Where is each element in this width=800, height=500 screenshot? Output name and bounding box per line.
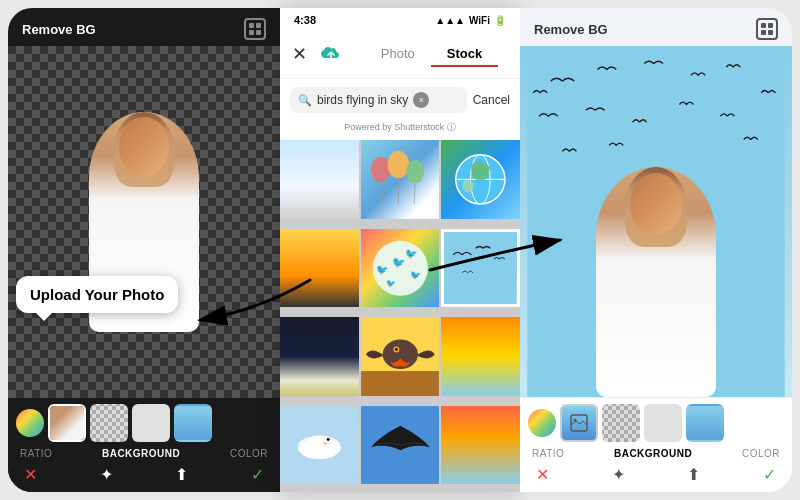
thumb-woman [50,406,84,440]
export-left[interactable]: ⬆ [175,465,188,484]
thumb-transparent-right[interactable] [602,404,640,442]
search-box[interactable]: 🔍 birds flying in sky × [290,87,467,113]
confirm-action-left[interactable]: ✓ [251,465,264,484]
grid-image-3[interactable] [441,140,520,219]
battery-icon: 🔋 [494,15,506,26]
grid-icon-left[interactable] [244,18,266,40]
tab-background-left[interactable]: BACKGROUND [102,448,180,459]
right-header: Remove BG [520,8,792,46]
status-bar: 4:38 ▲▲▲ WiFi 🔋 [280,8,520,30]
cancel-action-right[interactable]: ✕ [536,465,549,484]
thumb-sky[interactable] [174,404,212,442]
grid-image-1[interactable] [280,140,359,219]
export-right[interactable]: ⬆ [687,465,700,484]
signal-icon: ▲▲▲ [435,15,465,26]
woman-right-body [596,167,716,397]
right-photo-area [520,46,792,397]
grid-image-5[interactable]: 🐦 🐦 🐦 🐦 🐦 [361,229,440,308]
status-icons: ▲▲▲ WiFi 🔋 [435,15,506,26]
action-row-right: ✕ ✦ ⬆ ✓ [528,459,784,488]
tab-photo[interactable]: Photo [365,42,431,67]
upload-cloud-icon [315,38,347,70]
search-icon: 🔍 [298,94,312,107]
middle-phone-panel: 4:38 ▲▲▲ WiFi 🔋 ✕ Photo Stock 🔍 birds fl… [280,8,520,492]
svg-point-28 [574,419,577,422]
action-row-left: ✕ ✦ ⬆ ✓ [16,459,272,488]
thumb-landscape-right[interactable] [560,404,598,442]
tab-ratio-right[interactable]: RATIO [532,448,564,459]
modal-close-button[interactable]: ✕ [292,43,307,65]
svg-point-20 [395,348,398,351]
tab-ratio-left[interactable]: RATIO [20,448,52,459]
grid-image-6-selected[interactable] [441,229,520,308]
right-bottom-bar: RATIO BACKGROUND COLOR ✕ ✦ ⬆ ✓ [520,397,792,492]
grid-image-12[interactable] [441,406,520,485]
woman-right [596,167,716,397]
left-photo-area: Upload Your Photo [8,46,280,398]
status-time: 4:38 [294,14,316,26]
search-clear-button[interactable]: × [413,92,429,108]
grid-image-7[interactable] [280,317,359,396]
search-cancel-button[interactable]: Cancel [473,93,510,107]
grid-image-4[interactable] [280,229,359,308]
grid-image-9[interactable] [441,317,520,396]
svg-rect-15 [444,232,517,305]
confirm-action-right[interactable]: ✓ [763,465,776,484]
tab-background-right[interactable]: BACKGROUND [614,448,692,459]
grid-image-8[interactable] [361,317,440,396]
svg-point-1 [387,151,409,179]
upload-tooltip[interactable]: Upload Your Photo [16,276,178,313]
avatar-thumb-right[interactable] [528,409,556,437]
left-bottom-bar: RATIO BACKGROUND COLOR ✕ ✦ ⬆ ✓ [8,398,280,492]
tab-row-left: RATIO BACKGROUND COLOR [16,448,272,459]
left-header: Remove BG [8,8,280,46]
modal-tabs: Photo Stock [355,42,508,67]
search-value: birds flying in sky [317,93,408,107]
grid-image-11[interactable] [361,406,440,485]
grid-image-10[interactable] [280,406,359,485]
magic-wand-left[interactable]: ✦ [100,465,113,484]
thumb-dark[interactable] [48,404,86,442]
powered-by: Powered by Shutterstock ⓘ [280,121,520,140]
left-title: Remove BG [22,22,96,37]
modal-header: ✕ Photo Stock [280,30,520,79]
svg-text:🐦: 🐦 [410,269,422,281]
svg-text:🐦: 🐦 [405,246,418,259]
svg-text:🐦: 🐦 [385,278,395,288]
grid-icon-right[interactable] [756,18,778,40]
svg-point-0 [370,157,390,183]
tab-color-right[interactable]: COLOR [742,448,780,459]
thumbnail-row-right [528,404,784,442]
woman-cutout [8,46,280,398]
thumbnail-row-left [16,404,272,442]
wifi-icon: WiFi [469,15,490,26]
thumb-transparent[interactable] [90,404,128,442]
thumb-light-right[interactable] [644,404,682,442]
stock-image-grid: 🐦 🐦 🐦 🐦 🐦 [280,140,520,492]
grid-image-2[interactable] [361,140,440,219]
magic-wand-right[interactable]: ✦ [612,465,625,484]
svg-point-24 [327,437,330,440]
svg-text:🐦: 🐦 [375,263,388,276]
tab-stock[interactable]: Stock [431,42,498,67]
thumb-light[interactable] [132,404,170,442]
cancel-action-left[interactable]: ✕ [24,465,37,484]
avatar-thumb[interactable] [16,409,44,437]
tab-row-right: RATIO BACKGROUND COLOR [528,448,784,459]
svg-line-5 [414,183,415,204]
svg-point-2 [406,160,424,184]
search-row: 🔍 birds flying in sky × Cancel [280,79,520,121]
right-phone-panel: Remove BG [520,8,792,492]
svg-rect-17 [361,371,440,396]
tab-color-left[interactable]: COLOR [230,448,268,459]
left-phone-panel: Remove BG Upload Your Photo RATIO BACKGR… [8,8,280,492]
thumb-sky-right[interactable] [686,404,724,442]
right-title: Remove BG [534,22,608,37]
svg-line-3 [380,182,382,204]
